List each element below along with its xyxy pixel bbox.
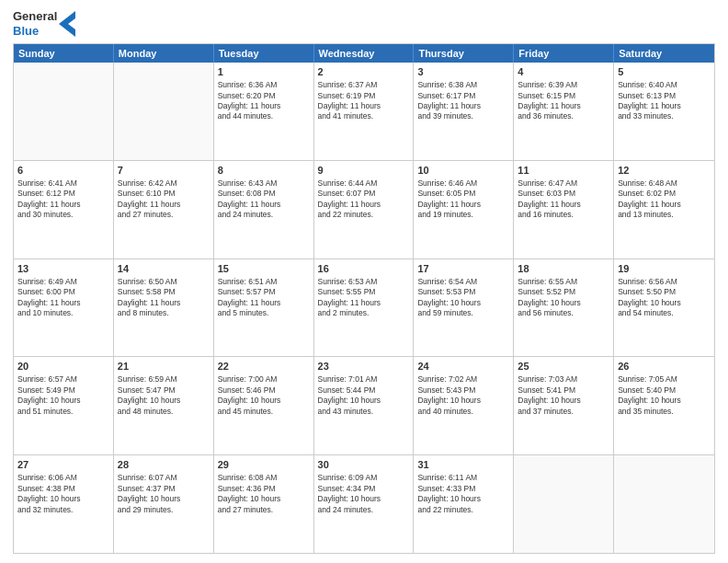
sunrise-line: Sunrise: 6:08 AM bbox=[218, 473, 310, 483]
calendar-row: 13Sunrise: 6:49 AMSunset: 6:00 PMDayligh… bbox=[14, 259, 714, 357]
sunset-line: Sunset: 5:43 PM bbox=[417, 385, 509, 396]
daylight-line: and 10 minutes. bbox=[17, 308, 109, 318]
sunset-line: Sunset: 5:46 PM bbox=[218, 385, 310, 396]
header-day-thursday: Thursday bbox=[414, 44, 514, 63]
sunrise-line: Sunrise: 6:59 AM bbox=[118, 374, 210, 385]
sunset-line: Sunset: 5:58 PM bbox=[118, 287, 210, 297]
sunset-line: Sunset: 4:36 PM bbox=[218, 484, 310, 494]
header-day-sunday: Sunday bbox=[14, 44, 114, 63]
sunrise-line: Sunrise: 6:55 AM bbox=[518, 277, 609, 287]
sunrise-line: Sunrise: 6:11 AM bbox=[417, 473, 509, 483]
daylight-line: and 8 minutes. bbox=[118, 308, 210, 318]
sunset-line: Sunset: 6:13 PM bbox=[618, 91, 711, 101]
sunrise-line: Sunrise: 6:53 AM bbox=[318, 277, 410, 287]
page: General Blue SundayMondayTuesdayWednesda… bbox=[0, 0, 728, 563]
calendar-day-25: 25Sunrise: 7:03 AMSunset: 5:41 PMDayligh… bbox=[514, 357, 614, 454]
day-number: 30 bbox=[318, 458, 410, 472]
sunrise-line: Sunrise: 6:54 AM bbox=[417, 277, 509, 287]
daylight-line: and 22 minutes. bbox=[318, 210, 410, 220]
day-number: 26 bbox=[618, 360, 711, 373]
daylight-line: Daylight: 10 hours bbox=[118, 396, 210, 406]
daylight-line: and 24 minutes. bbox=[318, 505, 410, 515]
daylight-line: Daylight: 11 hours bbox=[618, 200, 711, 210]
sunset-line: Sunset: 6:08 PM bbox=[218, 189, 310, 199]
daylight-line: Daylight: 10 hours bbox=[17, 494, 109, 504]
calendar-day-12: 12Sunrise: 6:48 AMSunset: 6:02 PMDayligh… bbox=[614, 161, 714, 259]
day-number: 1 bbox=[218, 65, 310, 79]
daylight-line: and 54 minutes. bbox=[618, 308, 711, 318]
header-day-tuesday: Tuesday bbox=[214, 44, 314, 63]
daylight-line: and 39 minutes. bbox=[417, 111, 509, 121]
sunrise-line: Sunrise: 6:39 AM bbox=[518, 80, 609, 90]
calendar-empty-cell bbox=[114, 63, 214, 160]
daylight-line: Daylight: 11 hours bbox=[417, 101, 509, 111]
logo-line2: Blue bbox=[13, 24, 39, 38]
daylight-line: and 16 minutes. bbox=[518, 210, 609, 220]
day-number: 12 bbox=[618, 164, 711, 178]
sunset-line: Sunset: 4:37 PM bbox=[118, 484, 210, 494]
daylight-line: and 43 minutes. bbox=[318, 407, 410, 417]
sunrise-line: Sunrise: 7:05 AM bbox=[618, 374, 711, 385]
calendar-day-20: 20Sunrise: 6:57 AMSunset: 5:49 PMDayligh… bbox=[14, 357, 114, 454]
daylight-line: and 40 minutes. bbox=[417, 407, 509, 417]
daylight-line: and 19 minutes. bbox=[417, 210, 509, 220]
calendar-day-19: 19Sunrise: 6:56 AMSunset: 5:50 PMDayligh… bbox=[614, 259, 714, 357]
sunrise-line: Sunrise: 6:56 AM bbox=[618, 277, 711, 287]
daylight-line: and 29 minutes. bbox=[118, 505, 210, 515]
daylight-line: Daylight: 10 hours bbox=[618, 298, 711, 308]
sunrise-line: Sunrise: 7:01 AM bbox=[318, 374, 410, 385]
day-number: 28 bbox=[118, 458, 210, 472]
daylight-line: Daylight: 10 hours bbox=[417, 298, 509, 308]
sunset-line: Sunset: 5:47 PM bbox=[118, 385, 210, 396]
sunrise-line: Sunrise: 6:50 AM bbox=[118, 277, 210, 287]
day-number: 19 bbox=[618, 262, 711, 276]
calendar-day-9: 9Sunrise: 6:44 AMSunset: 6:07 PMDaylight… bbox=[314, 161, 415, 259]
daylight-line: and 44 minutes. bbox=[218, 111, 310, 121]
daylight-line: and 33 minutes. bbox=[618, 111, 711, 121]
calendar-day-4: 4Sunrise: 6:39 AMSunset: 6:15 PMDaylight… bbox=[514, 63, 614, 160]
sunset-line: Sunset: 6:10 PM bbox=[118, 189, 210, 199]
calendar-day-2: 2Sunrise: 6:37 AMSunset: 6:19 PMDaylight… bbox=[314, 63, 415, 160]
calendar-day-10: 10Sunrise: 6:46 AMSunset: 6:05 PMDayligh… bbox=[414, 161, 514, 259]
calendar-row: 6Sunrise: 6:41 AMSunset: 6:12 PMDaylight… bbox=[14, 160, 714, 259]
sunset-line: Sunset: 5:41 PM bbox=[518, 385, 609, 396]
daylight-line: Daylight: 11 hours bbox=[218, 101, 310, 111]
day-number: 3 bbox=[417, 65, 509, 79]
day-number: 18 bbox=[518, 262, 609, 276]
daylight-line: and 37 minutes. bbox=[518, 407, 609, 417]
calendar-empty-cell bbox=[14, 63, 114, 160]
daylight-line: and 13 minutes. bbox=[618, 210, 711, 220]
day-number: 5 bbox=[618, 65, 711, 79]
sunrise-line: Sunrise: 6:57 AM bbox=[17, 374, 109, 385]
daylight-line: Daylight: 11 hours bbox=[118, 200, 210, 210]
day-number: 22 bbox=[218, 360, 310, 373]
calendar-day-13: 13Sunrise: 6:49 AMSunset: 6:00 PMDayligh… bbox=[14, 259, 114, 357]
calendar-row: 20Sunrise: 6:57 AMSunset: 5:49 PMDayligh… bbox=[14, 356, 714, 454]
calendar-day-24: 24Sunrise: 7:02 AMSunset: 5:43 PMDayligh… bbox=[414, 357, 514, 454]
sunset-line: Sunset: 6:03 PM bbox=[518, 189, 609, 199]
header-day-monday: Monday bbox=[114, 44, 214, 63]
day-number: 14 bbox=[118, 262, 210, 276]
day-number: 20 bbox=[17, 360, 109, 373]
sunrise-line: Sunrise: 6:46 AM bbox=[417, 178, 509, 189]
calendar-day-17: 17Sunrise: 6:54 AMSunset: 5:53 PMDayligh… bbox=[414, 259, 514, 357]
day-number: 29 bbox=[218, 458, 310, 472]
daylight-line: and 35 minutes. bbox=[618, 407, 711, 417]
sunset-line: Sunset: 6:07 PM bbox=[318, 189, 410, 199]
sunset-line: Sunset: 5:57 PM bbox=[218, 287, 310, 297]
day-number: 9 bbox=[318, 164, 410, 178]
header: General Blue bbox=[13, 9, 715, 38]
calendar-day-27: 27Sunrise: 6:06 AMSunset: 4:38 PMDayligh… bbox=[14, 455, 114, 553]
day-number: 7 bbox=[118, 164, 210, 178]
daylight-line: Daylight: 11 hours bbox=[318, 298, 410, 308]
day-number: 16 bbox=[318, 262, 410, 276]
daylight-line: Daylight: 10 hours bbox=[118, 494, 210, 504]
calendar-day-14: 14Sunrise: 6:50 AMSunset: 5:58 PMDayligh… bbox=[114, 259, 214, 357]
day-number: 4 bbox=[518, 65, 609, 79]
header-day-saturday: Saturday bbox=[614, 44, 714, 63]
sunrise-line: Sunrise: 6:47 AM bbox=[518, 178, 609, 189]
daylight-line: and 48 minutes. bbox=[118, 407, 210, 417]
daylight-line: Daylight: 10 hours bbox=[218, 494, 310, 504]
calendar-day-21: 21Sunrise: 6:59 AMSunset: 5:47 PMDayligh… bbox=[114, 357, 214, 454]
daylight-line: Daylight: 11 hours bbox=[618, 101, 711, 111]
